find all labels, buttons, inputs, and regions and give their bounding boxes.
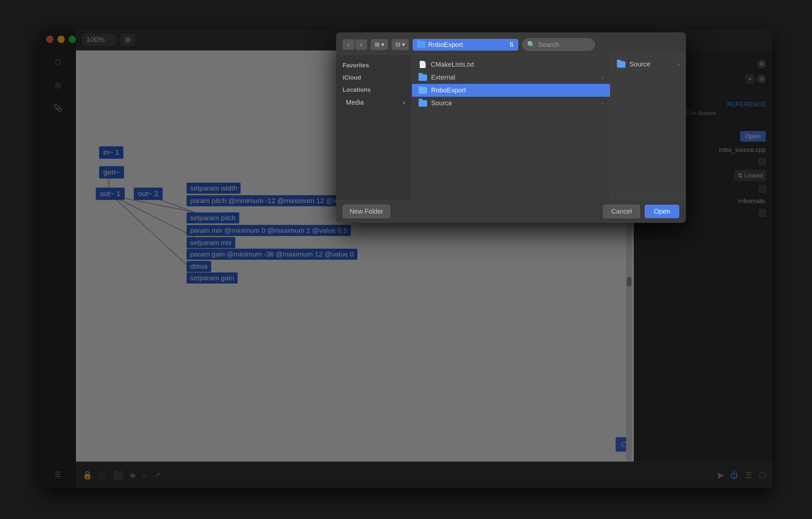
file-picker-dialog: ‹ › ⊞ ▾ ⊟ ▾ RnboExport ⇅ 🔍 <box>336 32 686 223</box>
media-item[interactable]: Media › <box>336 96 412 109</box>
folder-icon-external <box>418 74 427 81</box>
picker-toolbar: ‹ › ⊞ ▾ ⊟ ▾ RnboExport ⇅ 🔍 <box>336 32 686 55</box>
file-icon-cmake: 📄 <box>418 60 427 68</box>
grid-view-icon: ⊟ <box>396 41 400 48</box>
columns-icon: ⊞ <box>375 41 380 48</box>
folder-name-rnboexport: RnboExport <box>431 86 466 94</box>
media-arrow: › <box>403 99 405 106</box>
folder-icon-rnboexport <box>418 87 427 94</box>
picker-footer: New Folder Cancel Open <box>336 200 686 223</box>
locations-section: Locations <box>336 84 412 96</box>
picker-body: Favorites iCloud Locations Media › 📄 CMa… <box>336 55 686 200</box>
file-cmake[interactable]: 📄 CMakeLists.txt <box>412 58 610 71</box>
location-text: RnboExport <box>428 41 463 49</box>
chevron-external: › <box>602 75 603 81</box>
nav-buttons: ‹ › <box>343 39 367 50</box>
favorites-section: Favorites <box>336 59 412 71</box>
grid-arrow: ▾ <box>402 41 405 48</box>
forward-button[interactable]: › <box>355 39 367 50</box>
folder-name-external: External <box>431 74 455 81</box>
cancel-button[interactable]: Cancel <box>603 205 640 218</box>
file-source[interactable]: Source › <box>412 97 610 110</box>
submenu-folder-icon <box>617 61 626 68</box>
app-window: ⬡ ◎ 📎 ☰ 100% ⊞ in~ 1 gen~ out~ 1 out~ 2 … <box>39 29 773 488</box>
picker-sidebar: Favorites iCloud Locations Media › <box>336 55 412 200</box>
picker-submenu: Source › <box>610 55 686 200</box>
footer-right-buttons: Cancel Open <box>603 205 679 218</box>
submenu-chevron: › <box>678 61 679 67</box>
search-bar[interactable]: 🔍 Search <box>522 38 595 51</box>
search-placeholder: Search <box>538 41 559 49</box>
view-grid-button[interactable]: ⊟ ▾ <box>392 39 409 50</box>
folder-icon <box>417 41 426 48</box>
columns-arrow: ▾ <box>381 41 384 48</box>
file-rnboexport[interactable]: RnboExport › <box>412 84 610 97</box>
submenu-source[interactable]: Source › <box>610 58 686 71</box>
file-external[interactable]: External › <box>412 71 610 84</box>
view-columns-button[interactable]: ⊞ ▾ <box>371 39 388 50</box>
icloud-section: iCloud <box>336 71 412 84</box>
search-icon: 🔍 <box>527 40 535 49</box>
open-button[interactable]: Open <box>645 205 679 218</box>
modal-overlay: ‹ › ⊞ ▾ ⊟ ▾ RnboExport ⇅ 🔍 <box>39 29 773 488</box>
folder-icon-source <box>418 100 427 107</box>
new-folder-button[interactable]: New Folder <box>343 205 390 218</box>
file-name-cmake: CMakeLists.txt <box>431 61 474 68</box>
location-arrows: ⇅ <box>509 41 514 48</box>
back-button[interactable]: ‹ <box>343 39 354 50</box>
picker-files[interactable]: 📄 CMakeLists.txt External › RnboExport › <box>412 55 610 200</box>
chevron-rnboexport: › <box>602 87 603 93</box>
chevron-source: › <box>602 100 603 106</box>
location-bar: RnboExport ⇅ <box>413 39 518 51</box>
submenu-source-label: Source <box>630 60 650 68</box>
folder-name-source: Source <box>431 99 452 107</box>
